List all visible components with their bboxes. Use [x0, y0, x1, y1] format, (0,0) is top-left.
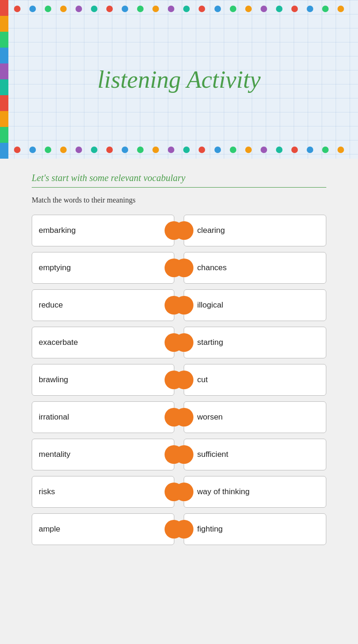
vocab-section-header: Let's start with some relevant vocabular… [32, 173, 326, 183]
right-word-label: chances [197, 263, 227, 273]
right-word-label: sufficient [197, 450, 228, 459]
left-word-item[interactable]: exacerbate [32, 327, 174, 358]
left-word-item[interactable]: irrational [32, 401, 174, 433]
left-word-item[interactable]: embarking [32, 215, 174, 246]
left-word-label: irrational [39, 413, 69, 422]
matching-grid: embarkingclearingemptyingchancesreduceil… [32, 215, 326, 545]
left-word-label: mentality [39, 450, 70, 459]
main-content: Let's start with some relevant vocabular… [0, 159, 358, 644]
left-word-label: reduce [39, 301, 63, 310]
right-word-label: clearing [197, 226, 225, 235]
right-word-item[interactable]: sufficient [184, 439, 326, 470]
left-word-item[interactable]: mentality [32, 439, 174, 470]
right-word-item[interactable]: starting [184, 327, 326, 358]
right-word-item[interactable]: cut [184, 364, 326, 396]
right-word-item[interactable]: illogical [184, 289, 326, 321]
left-connector-circle[interactable] [175, 408, 193, 427]
right-word-label: illogical [197, 301, 223, 310]
left-word-label: brawling [39, 375, 68, 385]
left-word-item[interactable]: emptying [32, 252, 174, 284]
left-connector-circle[interactable] [175, 520, 193, 539]
right-word-label: starting [197, 338, 223, 347]
left-word-label: exacerbate [39, 338, 78, 347]
left-word-item[interactable]: risks [32, 476, 174, 508]
right-word-item[interactable]: clearing [184, 215, 326, 246]
color-bar [0, 0, 8, 159]
left-connector-circle[interactable] [175, 333, 193, 352]
left-word-label: embarking [39, 226, 76, 235]
instruction-text: Match the words to their meanings [32, 196, 326, 204]
dot-border-top [0, 6, 358, 12]
header: listening Activity [0, 0, 358, 159]
left-connector-circle[interactable] [175, 221, 193, 240]
dot-border-bottom [0, 147, 358, 153]
right-word-item[interactable]: fighting [184, 513, 326, 545]
left-connector-circle[interactable] [175, 483, 193, 501]
right-word-label: cut [197, 375, 208, 385]
left-word-label: ample [39, 525, 60, 534]
right-word-label: worsen [197, 413, 223, 422]
left-connector-circle[interactable] [175, 259, 193, 277]
page-title: listening Activity [97, 66, 261, 93]
right-word-label: way of thinking [197, 487, 249, 497]
left-word-label: emptying [39, 263, 71, 273]
left-connector-circle[interactable] [175, 445, 193, 464]
right-word-item[interactable]: chances [184, 252, 326, 284]
right-word-label: fighting [197, 525, 223, 534]
right-word-item[interactable]: worsen [184, 401, 326, 433]
left-word-item[interactable]: reduce [32, 289, 174, 321]
left-word-label: risks [39, 487, 55, 497]
left-connector-circle[interactable] [175, 371, 193, 389]
right-word-item[interactable]: way of thinking [184, 476, 326, 508]
section-divider [32, 187, 326, 188]
left-connector-circle[interactable] [175, 296, 193, 315]
left-word-item[interactable]: ample [32, 513, 174, 545]
left-word-item[interactable]: brawling [32, 364, 174, 396]
